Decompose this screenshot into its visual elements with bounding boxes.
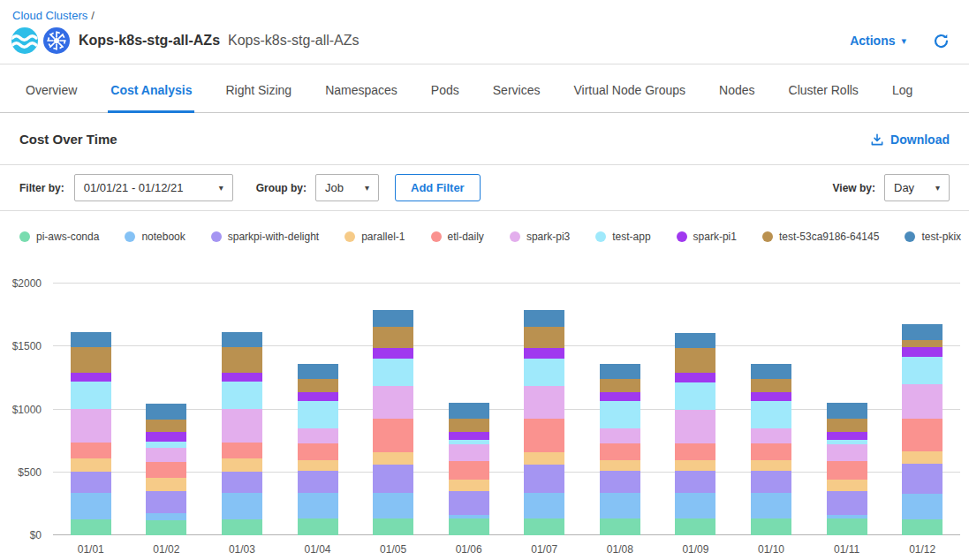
bar-segment-notebook[interactable]	[298, 493, 338, 518]
bar-segment-spark-pi1[interactable]	[373, 348, 413, 358]
bar-segment-spark-pi3[interactable]	[298, 428, 338, 443]
tab-overview[interactable]: Overview	[23, 83, 79, 113]
legend-item-test-app[interactable]: test-app	[595, 231, 650, 243]
bar-segment-test-53ca9186-64145[interactable]	[373, 327, 413, 349]
bar-segment-test-53ca9186-64145[interactable]	[71, 347, 111, 373]
bar-segment-etl-daily[interactable]	[298, 443, 338, 460]
bar-segment-spark-pi3[interactable]	[146, 448, 186, 462]
bar-segment-notebook[interactable]	[600, 493, 640, 518]
bar-segment-spark-pi3[interactable]	[71, 409, 111, 443]
bar-segment-test-53ca9186-64145[interactable]	[222, 347, 262, 373]
bar-segment-test-pkix[interactable]	[524, 310, 564, 327]
view-by-dropdown[interactable]: Day ▾	[884, 174, 950, 201]
bar-segment-notebook[interactable]	[675, 493, 715, 518]
download-button[interactable]: Download	[870, 132, 950, 147]
bar-segment-test-pkix[interactable]	[902, 324, 943, 341]
bar-segment-notebook[interactable]	[71, 493, 111, 520]
bar-segment-test-app[interactable]	[600, 401, 640, 428]
bar-segment-test-pkix[interactable]	[449, 403, 489, 419]
bar-segment-spark-pi3[interactable]	[373, 386, 413, 419]
bar-segment-etl-daily[interactable]	[222, 443, 262, 459]
bar-segment-notebook[interactable]	[751, 493, 791, 518]
bar-segment-sparkpi-with-delight[interactable]	[675, 471, 715, 494]
bar-segment-spark-pi1[interactable]	[600, 392, 640, 401]
bar-segment-pi-aws-conda[interactable]	[600, 518, 640, 535]
bar-segment-spark-pi3[interactable]	[902, 384, 943, 419]
legend-item-sparkpi-with-delight[interactable]: sparkpi-with-delight	[211, 231, 319, 243]
bar-segment-test-app[interactable]	[71, 382, 111, 409]
bar-segment-sparkpi-with-delight[interactable]	[71, 472, 111, 493]
bar-segment-etl-daily[interactable]	[449, 461, 489, 480]
bar-segment-test-app[interactable]	[524, 359, 564, 386]
bar-segment-spark-pi1[interactable]	[751, 392, 791, 401]
bar-segment-pi-aws-conda[interactable]	[71, 519, 111, 535]
bar-segment-sparkpi-with-delight[interactable]	[222, 472, 262, 493]
bar-segment-spark-pi3[interactable]	[751, 428, 791, 443]
bar-segment-sparkpi-with-delight[interactable]	[902, 464, 943, 494]
bar-segment-test-pkix[interactable]	[675, 333, 715, 348]
tab-log[interactable]: Log	[890, 83, 915, 113]
bar-segment-parallel-1[interactable]	[524, 452, 564, 465]
bar-01-11[interactable]	[827, 403, 867, 535]
bar-01-10[interactable]	[751, 364, 791, 535]
bar-segment-pi-aws-conda[interactable]	[675, 518, 715, 535]
bar-01-12[interactable]	[902, 324, 943, 535]
bar-segment-test-pkix[interactable]	[71, 332, 111, 347]
bar-segment-test-53ca9186-64145[interactable]	[449, 419, 489, 431]
bar-segment-etl-daily[interactable]	[71, 443, 111, 459]
legend-item-spark-pi3[interactable]: spark-pi3	[510, 231, 570, 243]
bar-segment-sparkpi-with-delight[interactable]	[298, 471, 338, 494]
bar-01-09[interactable]	[675, 333, 715, 535]
bar-segment-pi-aws-conda[interactable]	[524, 518, 564, 535]
bar-01-02[interactable]	[146, 404, 186, 535]
tab-services[interactable]: Services	[490, 83, 543, 113]
bar-segment-notebook[interactable]	[373, 493, 413, 518]
bar-segment-spark-pi3[interactable]	[222, 409, 262, 443]
bar-segment-sparkpi-with-delight[interactable]	[600, 471, 640, 494]
bar-segment-etl-daily[interactable]	[827, 461, 867, 480]
bar-segment-etl-daily[interactable]	[751, 443, 791, 460]
bar-segment-parallel-1[interactable]	[902, 451, 943, 464]
bar-segment-spark-pi3[interactable]	[675, 410, 715, 443]
bar-segment-parallel-1[interactable]	[373, 452, 413, 465]
refresh-button[interactable]	[933, 33, 950, 49]
bar-segment-spark-pi3[interactable]	[449, 444, 489, 461]
bar-segment-etl-daily[interactable]	[675, 443, 715, 460]
bar-segment-test-pkix[interactable]	[600, 364, 640, 380]
bar-segment-spark-pi3[interactable]	[827, 444, 867, 461]
bar-01-04[interactable]	[298, 364, 338, 535]
bar-segment-pi-aws-conda[interactable]	[449, 518, 489, 535]
bar-segment-spark-pi1[interactable]	[71, 373, 111, 382]
bar-segment-sparkpi-with-delight[interactable]	[449, 491, 489, 514]
bar-segment-sparkpi-with-delight[interactable]	[373, 465, 413, 493]
bar-segment-spark-pi1[interactable]	[222, 373, 262, 382]
bar-segment-parallel-1[interactable]	[71, 458, 111, 472]
tab-namespaces[interactable]: Namespaces	[322, 83, 400, 113]
bar-segment-etl-daily[interactable]	[902, 419, 943, 450]
bar-segment-pi-aws-conda[interactable]	[902, 519, 943, 535]
group-by-dropdown[interactable]: Job ▾	[315, 174, 379, 201]
legend-item-etl-daily[interactable]: etl-daily	[431, 231, 484, 243]
bar-segment-pi-aws-conda[interactable]	[222, 519, 262, 535]
bar-segment-test-pkix[interactable]	[298, 364, 338, 380]
bar-segment-test-app[interactable]	[751, 401, 791, 428]
actions-button[interactable]: Actions ▾	[850, 34, 906, 48]
bar-segment-test-53ca9186-64145[interactable]	[827, 419, 867, 431]
bar-segment-parallel-1[interactable]	[827, 480, 867, 492]
legend-item-parallel-1[interactable]: parallel-1	[344, 231, 405, 243]
bar-segment-spark-pi1[interactable]	[827, 432, 867, 440]
bar-segment-test-53ca9186-64145[interactable]	[146, 420, 186, 432]
bar-01-01[interactable]	[71, 332, 111, 535]
bar-segment-parallel-1[interactable]	[675, 460, 715, 471]
bar-segment-sparkpi-with-delight[interactable]	[146, 491, 186, 513]
tab-right-sizing[interactable]: Right Sizing	[223, 83, 294, 113]
bar-segment-test-pkix[interactable]	[146, 404, 186, 420]
bar-segment-pi-aws-conda[interactable]	[373, 518, 413, 535]
legend-item-test-pkix[interactable]: test-pkix	[905, 231, 961, 243]
bar-segment-test-53ca9186-64145[interactable]	[600, 379, 640, 391]
bar-segment-test-pkix[interactable]	[827, 403, 867, 419]
bar-segment-etl-daily[interactable]	[524, 419, 564, 452]
bar-segment-test-53ca9186-64145[interactable]	[298, 379, 338, 391]
breadcrumb-link-cloud-clusters[interactable]: Cloud Clusters	[12, 9, 87, 22]
bar-segment-spark-pi3[interactable]	[524, 386, 564, 419]
